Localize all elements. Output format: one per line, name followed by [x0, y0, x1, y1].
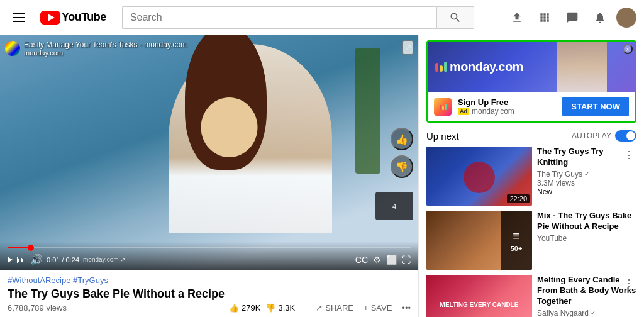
like-button[interactable]: 👍 279K: [229, 303, 260, 313]
dislike-count: 3.3K: [278, 303, 295, 313]
video-card-3[interactable]: MELTING EVERY CANDLE 27:55 Melting Every…: [426, 275, 636, 317]
video-player[interactable]: Easily Manage Your Team's Tasks - monday…: [0, 35, 418, 270]
thumbs-up-icon: 👍: [229, 303, 239, 313]
card-info-1: The Try Guys Try Knitting The Try Guys ✓…: [537, 147, 636, 206]
volume-button[interactable]: 🔊: [30, 253, 43, 265]
ad-woman-image: [557, 42, 607, 92]
messages-icon: [566, 11, 579, 24]
play-icon: [8, 257, 13, 263]
sidebar: monday.com × Sign Up F: [418, 35, 644, 317]
card-channel-1: The Try Guys: [537, 170, 582, 179]
toggle-dot: [626, 131, 635, 140]
dislike-button[interactable]: 👎 3.3K: [265, 303, 295, 313]
video-card-1[interactable]: 22:20 The Try Guys Try Knitting The Try …: [426, 147, 636, 206]
like-count: 279K: [242, 303, 260, 313]
youtube-logo[interactable]: YouTube: [40, 11, 106, 25]
view-count: 6,788,789 views: [8, 303, 67, 313]
playlist-overlay: ≡ 50+: [501, 211, 532, 270]
youtube-logo-text: YouTube: [62, 11, 106, 24]
verified-icon-3: ✓: [591, 309, 596, 316]
progress-bar[interactable]: [8, 247, 411, 248]
save-icon: +: [364, 303, 369, 313]
video-info: #WithoutARecipe #TryGuys The Try Guys Ba…: [0, 270, 418, 317]
miniplayer-button[interactable]: ⬜: [386, 255, 397, 265]
ad-container: monday.com × Sign Up F: [426, 40, 636, 123]
card-info-3: Melting Every Candle From Bath & Body Wo…: [537, 275, 636, 317]
video-ad-title: Easily Manage Your Team's Tasks - monday…: [24, 40, 187, 57]
card-menu-1[interactable]: ⋮: [624, 149, 634, 161]
verified-icon-1: ✓: [584, 170, 589, 177]
card-title-1: The Try Guys Try Knitting: [537, 147, 636, 168]
card-info-2: Mix - The Try Guys Bake Pie Without A Re…: [537, 211, 636, 270]
share-icon-overlay[interactable]: ↗: [402, 40, 413, 55]
action-buttons: 👍 279K 👎 3.3K ↗ SHARE + S: [229, 303, 411, 313]
apps-icon: [538, 11, 551, 24]
hashtags[interactable]: #WithoutARecipe #TryGuys: [8, 275, 411, 285]
play-button[interactable]: [8, 257, 13, 263]
apps-button[interactable]: [533, 6, 556, 29]
up-next-label: Up next: [426, 131, 459, 142]
share-icon: ↗: [316, 303, 323, 313]
upload-icon: [511, 11, 523, 24]
video-card-2[interactable]: ≡ 50+ Mix - The Try Guys Bake Pie Withou…: [426, 211, 636, 270]
views-row: 6,788,789 views 👍 279K 👎 3.3K ↗: [8, 303, 411, 313]
playlist-thumbnail[interactable]: 4: [375, 192, 413, 220]
subtitles-button[interactable]: CC: [355, 255, 368, 265]
ad-label-row: Ad monday.com: [458, 107, 556, 116]
start-now-button[interactable]: START NOW: [562, 97, 629, 116]
video-title-bar: Easily Manage Your Team's Tasks - monday…: [5, 40, 187, 57]
thumbs-down-button[interactable]: 👎: [391, 155, 413, 178]
monday-logo-text: monday.com: [450, 60, 523, 74]
progress-dot: [28, 245, 34, 251]
playlist-icon: ≡: [513, 229, 520, 243]
card-views-1: 3.3M views: [537, 179, 636, 187]
more-button[interactable]: •••: [402, 303, 411, 313]
card-title-2: Mix - The Try Guys Bake Pie Without A Re…: [537, 211, 636, 232]
bell-icon: [594, 11, 606, 24]
monday-small-icon: [434, 98, 452, 116]
thumbs-up-button[interactable]: 👍: [391, 128, 413, 150]
search-button[interactable]: [436, 6, 474, 29]
ad-title: Sign Up Free: [458, 97, 556, 107]
progress-fill: [8, 247, 28, 248]
main-content: Easily Manage Your Team's Tasks - monday…: [0, 35, 644, 317]
header-right: [506, 6, 636, 29]
hamburger-icon: [8, 8, 30, 27]
next-button[interactable]: ⏭: [16, 254, 26, 265]
card-channel-3: Safiya Nygaard: [537, 309, 589, 317]
autoplay-toggle[interactable]: [615, 130, 636, 142]
card-status-1: New: [537, 187, 636, 196]
card-menu-3[interactable]: ⋮: [624, 277, 634, 289]
fullscreen-button[interactable]: ⛶: [402, 255, 411, 265]
card-thumbnail-2: ≡ 50+: [426, 211, 532, 270]
hamburger-menu[interactable]: [8, 6, 30, 29]
notifications-button[interactable]: [589, 6, 611, 29]
header: YouTube: [0, 0, 644, 35]
save-button[interactable]: + SAVE: [364, 303, 392, 313]
ad-close-button[interactable]: ×: [623, 44, 633, 54]
autoplay-label: AUTOPLAY: [572, 131, 611, 140]
ad-text-group: Sign Up Free Ad monday.com: [458, 97, 556, 116]
up-next-header: Up next AUTOPLAY: [426, 130, 636, 142]
card-thumbnail-1: 22:20: [426, 147, 532, 206]
card-title-3: Melting Every Candle From Bath & Body Wo…: [537, 275, 636, 307]
video-controls: ⏭ 🔊 0:01 / 0:24 monday.com ↗ CC ⚙: [0, 242, 418, 270]
video-title: The Try Guys Bake Pie Without a Recipe: [8, 287, 411, 301]
search-input[interactable]: [122, 6, 436, 29]
settings-button[interactable]: ⚙: [373, 255, 381, 265]
search-bar: [122, 6, 474, 29]
channel-label: monday.com ↗: [83, 256, 125, 263]
thumbs-down-icon: 👎: [265, 303, 275, 313]
ad-badge: Ad: [458, 108, 469, 115]
ad-domain: monday.com: [472, 107, 514, 116]
controls-row: ⏭ 🔊 0:01 / 0:24 monday.com ↗ CC ⚙: [8, 253, 411, 265]
youtube-logo-icon: [40, 11, 60, 25]
bottom-left-info: ⏭ 🔊 0:01 / 0:24 monday.com ↗: [8, 253, 125, 265]
channel-icon-small: [5, 41, 20, 56]
avatar[interactable]: [616, 8, 636, 28]
search-icon: [449, 11, 462, 24]
upload-button[interactable]: [506, 6, 528, 29]
messages-button[interactable]: [561, 6, 584, 29]
share-button[interactable]: ↗ SHARE: [316, 303, 353, 313]
video-section: Easily Manage Your Team's Tasks - monday…: [0, 35, 418, 317]
